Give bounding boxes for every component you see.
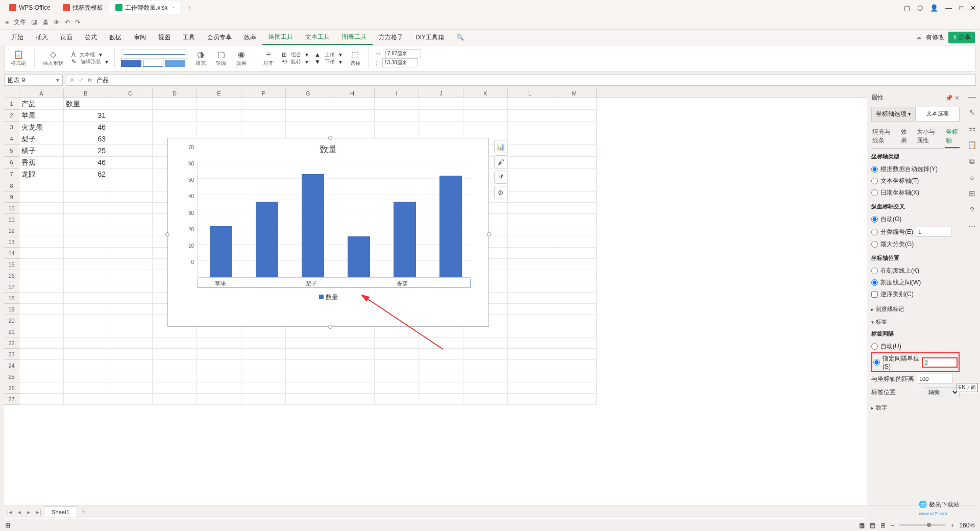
col-L[interactable]: L [508,89,552,98]
tab-view[interactable]: 视图 [152,31,177,44]
sheet-nav-prev[interactable]: ◂ [15,509,24,516]
label-section[interactable]: 标签 [871,318,960,326]
axis-pos-on[interactable]: 在刻度线上(K) [871,265,960,277]
tab-efficiency[interactable]: 效率 [238,31,262,44]
zoom-in[interactable]: + [950,522,954,529]
templates-tab[interactable]: 找稻壳模板 [58,1,108,14]
line-style-preview[interactable] [121,50,187,59]
layers-icon[interactable]: ⧉ [969,157,975,166]
close-panel-icon[interactable]: ✕ [954,94,960,102]
tab-text-tools[interactable]: 文本工具 [299,30,336,45]
tab-start[interactable]: 开始 [5,31,30,44]
tickmark-section[interactable]: 刻度线标记 [871,305,960,313]
editshape-button[interactable]: ✎编辑形状 ▾ [71,58,108,65]
user-icon[interactable]: 👤 [930,4,938,12]
sheet-nav-next[interactable]: ▸ [24,509,33,516]
menu-icon[interactable]: ≡ [5,19,9,26]
height-input[interactable] [382,58,418,67]
col-F[interactable]: F [241,89,286,98]
chart-gear-icon[interactable]: ⚙ [494,186,507,199]
rotate-button[interactable]: ⟲旋转 ▾ [282,58,308,65]
style-swatch-3[interactable] [165,60,185,67]
file-tab[interactable]: 工作簿数量.xlsx･ [110,1,180,14]
pin-icon[interactable]: 📌 [945,94,953,102]
subtab-fill[interactable]: 填充与线条 [871,126,895,148]
formula-input[interactable]: ✕ ✓ fx 产品 [66,75,976,86]
text-options-tab[interactable]: 文本选项 [916,107,960,122]
tab-formula[interactable]: 公式 [79,31,103,44]
col-K[interactable]: K [463,89,508,98]
tab-page[interactable]: 页面 [54,31,79,44]
share-button[interactable]: ⇪ 分享 [948,32,975,43]
cancel-icon[interactable]: ✕ [69,77,75,84]
format-brush[interactable]: 📋格式刷 [9,50,28,67]
vcross-category[interactable]: 分类编号(E) [871,225,960,238]
chart-brush-icon[interactable]: 🖌 [494,155,507,168]
save-icon[interactable]: 🖫 [31,19,37,26]
vcross-value[interactable] [916,227,951,237]
file-menu[interactable]: 文件 [14,18,26,27]
moveup-button[interactable]: ▲上移 ▾ [314,51,342,58]
col-I[interactable]: I [375,89,419,98]
accept-icon[interactable]: ✓ [79,77,84,84]
col-E[interactable]: E [197,89,241,98]
tab-review[interactable]: 审阅 [128,31,152,44]
subtab-size[interactable]: 大小与属性 [916,126,939,148]
maximize-icon[interactable]: □ [959,4,963,12]
axis-options-tab[interactable]: 坐标轴选项 ▾ [871,107,916,122]
name-box[interactable]: 图表 9▾ [4,75,63,86]
chart-filter-icon[interactable]: ⧩ [494,171,507,184]
more-icon[interactable]: ⋯ [968,221,976,230]
view-page-icon[interactable]: ▤ [870,522,875,529]
chart-object[interactable]: 数量 010203040506070 苹果梨子香蕉 数量 [167,138,489,327]
col-D[interactable]: D [153,89,197,98]
add-sheet-button[interactable]: ＋ [77,508,89,516]
sheet-tab-1[interactable]: Sheet1 [44,506,77,517]
book-icon[interactable]: ⊞ [969,189,975,198]
label-position-select[interactable]: 轴旁 [924,387,960,397]
subtab-effect[interactable]: 效果 [900,126,911,148]
axis-type-auto[interactable]: 根据数据自动选择(Y) [871,163,960,175]
tab-insert[interactable]: 插入 [30,31,54,44]
number-section[interactable]: 数字 [871,404,960,412]
style-icon[interactable]: ⚏ [969,124,975,133]
tab-diy[interactable]: DIY工具箱 [409,31,450,44]
cloud-icon[interactable]: ☁ [916,34,922,41]
y-axis[interactable]: 010203040506070 [183,160,196,278]
view-normal-icon[interactable]: ▦ [859,522,865,529]
close-icon[interactable]: ･ [172,5,175,11]
label-auto[interactable]: 自动(U) [871,341,960,352]
style-swatch-1[interactable] [121,60,141,67]
effect-button[interactable]: ◉效果 [234,50,249,67]
fill-button[interactable]: ◑填充 [193,50,208,67]
axis-distance-input[interactable] [917,374,952,384]
spreadsheet[interactable]: A B C D E F G H I J K L M 1产品数量2苹果313火龙果… [4,89,867,520]
restore-icon[interactable]: ▢ [904,4,910,12]
x-axis[interactable]: 苹果梨子香蕉 [198,279,471,288]
col-H[interactable]: H [330,89,375,98]
sheet-nav-last[interactable]: ▸| [33,509,44,516]
ruler-icon[interactable]: ⟐ [970,173,974,182]
help-icon[interactable]: ? [970,205,974,214]
style-swatch-2[interactable] [143,60,163,67]
app-tab[interactable]: WPS Office [4,1,56,14]
cursor-icon[interactable]: ↖ [969,108,975,117]
axis-pos-between[interactable]: 刻度线之间(W) [871,277,960,288]
preview-icon[interactable]: 👁 [54,19,60,26]
chart-legend[interactable]: 数量 [168,288,488,307]
vcross-max[interactable]: 最大分类(G) [871,238,960,250]
tab-ffgz[interactable]: 方方格子 [373,31,409,44]
chart-settings-icon[interactable]: 📊 [494,140,507,153]
chart-title[interactable]: 数量 [168,138,488,160]
reverse-categories[interactable]: 逆序类别(C) [871,288,960,300]
col-G[interactable]: G [286,89,330,98]
plot-area[interactable] [198,163,471,278]
cube-icon[interactable]: ⬡ [917,4,923,12]
col-A[interactable]: A [19,89,64,98]
group-button[interactable]: ⊞组合 ▾ [282,51,308,58]
tab-member[interactable]: 会员专享 [201,31,238,44]
insert-shape[interactable]: ◇插入形状 [41,50,65,67]
vcross-auto[interactable]: 自动(O) [871,213,960,225]
collapse-icon[interactable]: — [968,92,976,101]
undo-icon[interactable]: ↶ [65,19,70,26]
